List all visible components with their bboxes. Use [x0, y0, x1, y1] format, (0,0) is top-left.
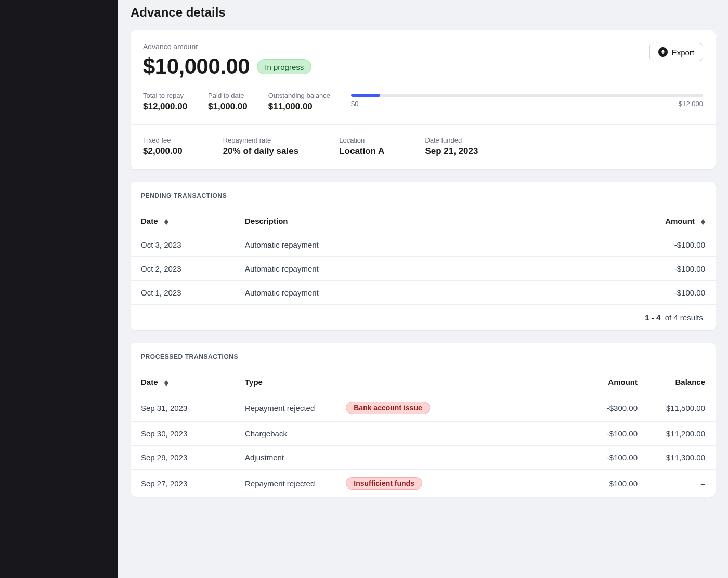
repayment-progress-fill — [351, 94, 380, 97]
progress-min: $0 — [351, 100, 358, 108]
cell-date: Oct 2, 2023 — [141, 264, 245, 273]
pending-col-date[interactable]: Date — [141, 216, 245, 225]
sort-icon — [164, 219, 168, 225]
sort-icon — [701, 219, 705, 225]
table-row[interactable]: Oct 3, 2023Automatic repayment-$100.00 — [131, 233, 716, 256]
pending-col-amount[interactable]: Amount — [632, 216, 705, 225]
date-funded-value: Sep 21, 2023 — [425, 146, 478, 157]
cell-amount: -$100.00 — [565, 453, 638, 462]
cell-amount: -$100.00 — [632, 264, 705, 273]
advance-summary-card: Advance amount $10,000.00 In progress Ex… — [131, 30, 716, 169]
advance-amount-label: Advance amount — [143, 43, 311, 51]
status-tag: Insufficient funds — [346, 477, 422, 490]
cell-balance: $11,300.00 — [638, 453, 705, 462]
advance-amount-value: $10,000.00 — [143, 54, 250, 79]
repayment-progress — [351, 94, 703, 97]
cell-date: Sep 27, 2023 — [141, 479, 245, 488]
cell-date: Oct 1, 2023 — [141, 288, 245, 297]
processed-transactions-header: PROCESSED TRANSACTIONS — [131, 343, 716, 370]
pending-pagination: 1 - 4 of 4 results — [131, 304, 716, 330]
location-label: Location — [339, 136, 384, 144]
cell-type: Repayment rejectedBank account issue — [245, 402, 565, 414]
table-row[interactable]: Oct 2, 2023Automatic repayment-$100.00 — [131, 256, 716, 280]
export-icon — [658, 47, 668, 57]
cell-balance: $11,500.00 — [638, 404, 705, 413]
fixed-fee-label: Fixed fee — [143, 136, 183, 144]
paid-to-date-value: $1,000.00 — [208, 101, 248, 112]
cell-type: Adjustment — [245, 453, 565, 462]
total-repay-label: Total to repay — [143, 92, 187, 99]
status-tag: Bank account issue — [346, 402, 430, 414]
repayment-rate-value: 20% of daily sales — [223, 146, 299, 157]
export-button[interactable]: Export — [649, 43, 703, 61]
cell-amount: -$300.00 — [565, 404, 638, 413]
sidebar — [0, 0, 118, 578]
cell-amount: -$100.00 — [632, 288, 705, 297]
cell-date: Sep 30, 2023 — [141, 429, 245, 438]
main-content: Advance details Advance amount $10,000.0… — [118, 0, 728, 578]
table-row[interactable]: Oct 1, 2023Automatic repayment-$100.00 — [131, 280, 716, 304]
table-row[interactable]: Sep 29, 2023Adjustment-$100.00$11,300.00 — [131, 445, 716, 469]
table-row[interactable]: Sep 27, 2023Repayment rejectedInsufficie… — [131, 469, 716, 497]
processed-col-balance: Balance — [638, 378, 705, 387]
table-row[interactable]: Sep 30, 2023Chargeback-$100.00$11,200.00 — [131, 421, 716, 445]
pending-col-description: Description — [245, 216, 632, 225]
processed-col-amount: Amount — [565, 378, 638, 387]
cell-description: Automatic repayment — [245, 240, 632, 249]
cell-date: Oct 3, 2023 — [141, 240, 245, 249]
status-badge: In progress — [257, 59, 311, 74]
cell-date: Sep 29, 2023 — [141, 453, 245, 462]
cell-type: Chargeback — [245, 429, 565, 438]
page-title: Advance details — [131, 0, 716, 30]
progress-max: $12,000 — [679, 100, 703, 108]
processed-col-date[interactable]: Date — [141, 378, 245, 387]
cell-description: Automatic repayment — [245, 288, 632, 297]
fixed-fee-value: $2,000.00 — [143, 146, 183, 157]
cell-amount: -$100.00 — [565, 429, 638, 438]
pending-transactions-card: PENDING TRANSACTIONS Date Description Am… — [131, 182, 716, 330]
outstanding-value: $11,000.00 — [268, 101, 330, 112]
outstanding-label: Outstanding balance — [268, 92, 330, 99]
paid-to-date-label: Paid to date — [208, 92, 248, 99]
date-funded-label: Date funded — [425, 136, 478, 144]
cell-amount: -$100.00 — [632, 240, 705, 249]
cell-balance: – — [638, 479, 705, 488]
total-repay-value: $12,000.00 — [143, 101, 187, 112]
pending-transactions-header: PENDING TRANSACTIONS — [131, 182, 716, 209]
location-value: Location A — [339, 146, 384, 157]
cell-description: Automatic repayment — [245, 264, 632, 273]
export-button-label: Export — [672, 48, 694, 57]
cell-balance: $11,200.00 — [638, 429, 705, 438]
cell-type: Repayment rejectedInsufficient funds — [245, 477, 565, 490]
cell-amount: $100.00 — [565, 479, 638, 488]
processed-transactions-card: PROCESSED TRANSACTIONS Date Type Amount … — [131, 343, 716, 497]
table-row[interactable]: Sep 31, 2023Repayment rejectedBank accou… — [131, 394, 716, 421]
sort-icon — [164, 380, 168, 386]
cell-date: Sep 31, 2023 — [141, 404, 245, 413]
repayment-rate-label: Repayment rate — [223, 136, 299, 144]
processed-col-type: Type — [245, 378, 565, 387]
